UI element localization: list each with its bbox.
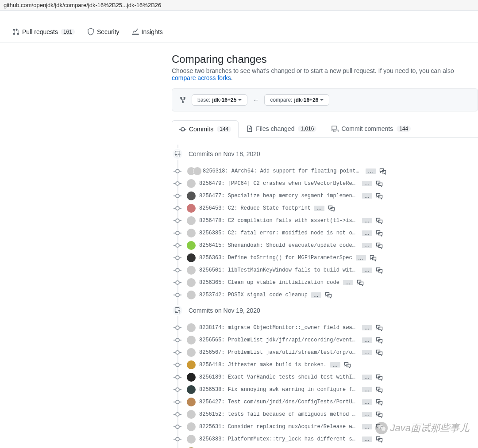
avatar[interactable] [187,179,196,188]
avatar-pair[interactable] [187,167,199,176]
tab-files-changed[interactable]: Files changed 1,016 [239,120,324,137]
expand-ellipsis-button[interactable]: … [362,350,372,355]
expand-ellipsis-button[interactable]: … [362,412,372,417]
avatar[interactable] [187,385,196,394]
comment-icon[interactable] [376,411,383,418]
commit-message[interactable]: 8256479: [PPC64] C2 crashes when UseVect… [199,180,358,187]
comment-icon[interactable] [376,267,383,274]
avatar[interactable] [187,422,196,431]
avatar[interactable] [187,278,196,287]
comment-icon[interactable] [376,242,383,249]
expand-ellipsis-button[interactable]: … [362,387,372,392]
commit-message[interactable]: 8256478: C2 compilation fails with asser… [199,218,358,224]
commit-message[interactable]: 8256453: C2: Reduce State footprint [199,205,311,211]
comment-icon[interactable] [376,337,383,344]
browser-address-bar[interactable]: github.com/openjdk/jdk/compare/jdk-16%2B… [0,0,478,11]
tab-commit-comments[interactable]: Commit comments 144 [324,120,418,137]
expand-ellipsis-button[interactable]: … [362,437,372,442]
expand-ellipsis-button[interactable]: … [362,218,372,223]
expand-ellipsis-button[interactable]: … [362,193,372,199]
expand-ellipsis-button[interactable]: … [362,243,372,248]
commit-message[interactable]: 8256415: Shenandoah: Should evacuate/upd… [199,242,358,249]
commit-message[interactable]: 8256383: PlatformMutex::try_lock has dif… [199,436,358,442]
expand-ellipsis-button[interactable]: … [356,255,366,260]
comment-icon[interactable] [376,398,383,406]
expand-ellipsis-button[interactable]: … [362,375,372,380]
avatar[interactable] [187,291,196,299]
expand-ellipsis-button[interactable]: … [362,325,372,330]
commit-message[interactable]: 8256385: C2: fatal error: modified node … [199,230,358,236]
expand-ellipsis-button[interactable]: … [362,399,372,405]
expand-ellipsis-button[interactable]: … [314,206,324,211]
commit-row: 8256189: Exact VarHandle tests should te… [172,371,478,383]
avatar[interactable] [187,229,196,237]
repo-push-icon [172,148,183,160]
nav-security[interactable]: Security [82,25,125,39]
caret-down-icon [320,99,324,101]
comment-icon[interactable] [376,230,383,237]
avatar[interactable] [187,360,196,369]
comment-icon[interactable] [325,291,332,299]
comment-icon[interactable] [376,436,383,443]
commit-message[interactable]: 8238174: migrate ObjectMonitor::_owner f… [199,325,358,331]
expand-ellipsis-button[interactable]: … [311,292,321,298]
avatar[interactable] [187,398,196,406]
avatar[interactable] [193,167,202,176]
expand-ellipsis-button[interactable]: … [362,230,372,236]
comment-icon[interactable] [376,374,383,381]
url-text: github.com/openjdk/jdk/compare/jdk-16%2B… [4,2,161,8]
avatar[interactable] [187,373,196,382]
avatar[interactable] [187,253,196,262]
commit-message[interactable]: 8256418: Jittester make build is broken. [199,362,327,368]
commit-message[interactable]: 8256363: Define toString() for MGF1Param… [199,255,352,261]
expand-ellipsis-button[interactable]: … [362,337,372,343]
expand-ellipsis-button[interactable]: … [362,181,372,186]
comment-icon[interactable] [376,386,383,393]
expand-ellipsis-button[interactable]: … [330,362,340,368]
comment-icon[interactable] [344,361,351,368]
nav-insights[interactable]: Insights [127,25,168,39]
commit-message[interactable]: 8256501: libTestMainKeyWindow fails to b… [199,267,358,273]
avatar[interactable] [187,435,196,444]
expand-ellipsis-button[interactable]: … [362,424,372,429]
expand-ellipsis-button[interactable]: … [366,168,376,174]
commit-message[interactable]: 8256189: Exact VarHandle tests should te… [199,374,358,380]
avatar[interactable] [187,348,196,357]
expand-ellipsis-button[interactable]: … [343,280,353,285]
comment-icon[interactable] [357,279,364,286]
expand-ellipsis-button[interactable]: … [362,268,372,273]
avatar[interactable] [187,204,196,213]
commit-message[interactable]: 8256318: AArch64: Add support for floati… [203,168,362,174]
commit-message[interactable]: 8256538: Fix annoying awk warning in con… [199,387,358,393]
commit-message[interactable]: 8256565: ProblemList jdk/jfr/api/recordi… [199,337,358,343]
comment-icon[interactable] [376,192,383,199]
avatar[interactable] [187,336,196,345]
comment-icon[interactable] [379,168,386,175]
commit-message[interactable]: 8256567: ProblemList java/util/stream/te… [199,349,358,356]
avatar[interactable] [187,241,196,250]
avatar[interactable] [187,191,196,200]
base-branch-button[interactable]: base: jdk-16+25 [192,94,247,106]
range-editor: base: jdk-16+25 ← compare: jdk-16+26 [172,88,478,111]
commit-message[interactable]: 8256365: Clean up vtable initialization … [199,280,339,286]
commit-message[interactable]: 8253742: POSIX signal code cleanup [199,292,308,298]
avatar[interactable] [187,266,196,275]
avatar[interactable] [187,410,196,419]
nav-pull-requests[interactable]: Pull requests 161 [7,25,80,39]
avatar[interactable] [187,323,196,332]
tab-commits[interactable]: Commits 144 [172,120,239,138]
compare-branch-button[interactable]: compare: jdk-16+26 [264,94,329,106]
comment-icon[interactable] [376,349,383,356]
commit-message[interactable]: 8256152: tests fail because of ambiguous… [199,411,358,417]
commit-message[interactable]: 8256477: Specialize heap memory segment … [199,193,358,199]
commit-message[interactable]: 8225631: Consider replacing muxAcquire/R… [199,424,358,430]
commit-message[interactable]: 8256427: Test com/sun/jndi/dns/ConfigTes… [199,399,358,405]
comment-icon[interactable] [376,324,383,331]
comment-icon[interactable] [376,423,383,430]
comment-icon[interactable] [376,180,383,187]
avatar[interactable] [187,216,196,225]
comment-icon[interactable] [328,205,335,212]
comment-icon[interactable] [370,254,377,261]
comment-icon[interactable] [376,217,383,224]
compare-across-forks-link[interactable]: compare across forks [172,74,231,81]
